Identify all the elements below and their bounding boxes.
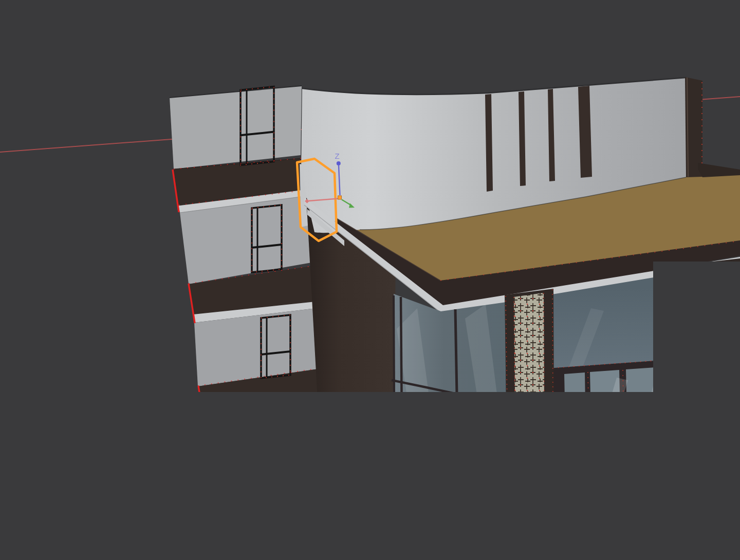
lattice-column-left[interactable] bbox=[505, 289, 554, 518]
roof-far-edge bbox=[698, 163, 740, 177]
viewport-canvas[interactable]: Z bbox=[0, 0, 740, 560]
viewport[interactable]: Z bbox=[0, 0, 740, 560]
gizmo-z-handle[interactable] bbox=[337, 161, 341, 165]
gizmo-origin[interactable] bbox=[338, 196, 342, 199]
lattice-column-right[interactable] bbox=[700, 258, 740, 454]
z-axis-label: Z bbox=[335, 152, 339, 160]
building-left-wing[interactable] bbox=[170, 86, 320, 415]
